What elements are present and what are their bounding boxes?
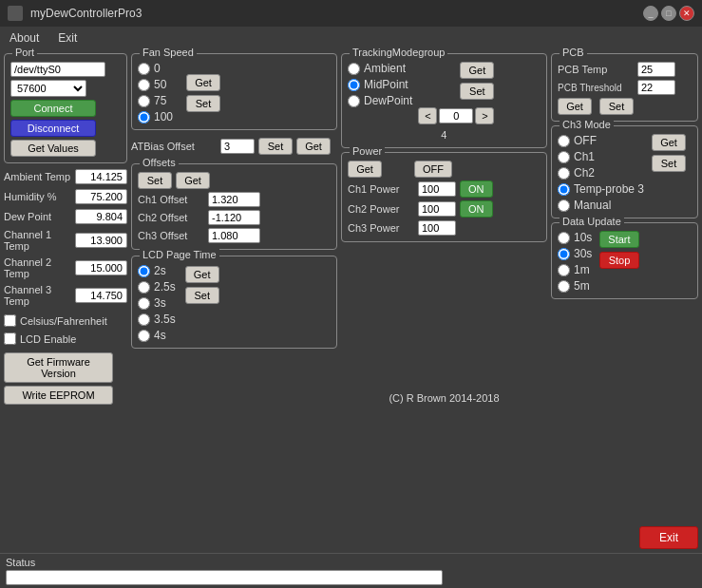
disconnect-button[interactable]: Disconnect <box>10 120 96 137</box>
fan-speed-group: 0 50 75 100 <box>138 62 173 123</box>
maximize-button[interactable]: □ <box>661 6 676 21</box>
atbias-input[interactable] <box>220 139 255 154</box>
fan-speed-50[interactable] <box>138 79 150 91</box>
pcb-get-button[interactable]: Get <box>558 98 592 115</box>
lcd-2-5s[interactable] <box>138 281 150 294</box>
humidity-label: Humidity % <box>4 191 71 202</box>
lcd-enable-checkbox[interactable] <box>4 332 16 345</box>
pcb-threshold-input[interactable] <box>637 80 675 95</box>
fan-get-button[interactable]: Get <box>186 74 220 91</box>
offsets-section: Offsets Set Get Ch1 Offset Ch2 Offset Ch… <box>131 163 337 250</box>
menu-exit[interactable]: Exit <box>52 29 83 47</box>
window-controls: _ □ ✕ <box>643 6 694 21</box>
power-section: Power Get OFF Ch1 Power ON Ch2 Power ON … <box>341 152 547 242</box>
offsets-get-button[interactable]: Get <box>176 172 210 189</box>
tracking-less-button[interactable]: < <box>418 107 437 124</box>
ch3-ch1[interactable] <box>558 151 570 163</box>
ch3-manual[interactable] <box>558 199 570 212</box>
ch3-tempprobe[interactable] <box>558 183 570 196</box>
pcb-set-button[interactable]: Set <box>599 98 634 115</box>
tracking-dewpoint[interactable] <box>348 95 360 107</box>
ch2-power-input[interactable] <box>418 201 456 217</box>
menu-about[interactable]: About <box>4 29 45 47</box>
ch3-offset-input[interactable] <box>208 228 260 243</box>
update-10s[interactable] <box>558 232 570 244</box>
port-device-input[interactable] <box>10 62 105 77</box>
fan-speed-0-label: 0 <box>154 62 161 75</box>
minimize-button[interactable]: _ <box>643 6 658 21</box>
tracking-get-button[interactable]: Get <box>460 62 494 79</box>
power-title: Power <box>350 145 385 157</box>
update-5m[interactable] <box>558 280 570 293</box>
tracking-section: TrackingModegroup Ambient MidPoint <box>341 53 547 148</box>
pcb-temp-input[interactable] <box>637 62 675 77</box>
update-10s-label: 10s <box>574 231 592 244</box>
fan-speed-0[interactable] <box>138 63 150 75</box>
column-3: TrackingModegroup Ambient MidPoint <box>341 53 547 549</box>
lcd-2s-label: 2s <box>154 264 166 277</box>
ch3-ch2[interactable] <box>558 167 570 180</box>
ch3-get-button[interactable]: Get <box>652 134 686 151</box>
offsets-set-button[interactable]: Set <box>138 172 172 189</box>
tracking-ambient-label: Ambient <box>364 62 406 75</box>
update-30s-label: 30s <box>574 247 592 260</box>
atbias-label: ATBias Offset <box>131 141 217 152</box>
celsius-checkbox[interactable] <box>4 314 16 327</box>
lcd-enable-label: LCD Enable <box>20 333 76 345</box>
ch3-temp-value: 14.750 <box>75 288 127 303</box>
status-input[interactable] <box>6 570 443 585</box>
column-4: PCB PCB Temp PCB Threshold Get Set Ch3 M… <box>551 53 698 549</box>
status-bar: Status <box>0 553 702 588</box>
ch3-set-button[interactable]: Set <box>652 155 686 172</box>
atbias-set-button[interactable]: Set <box>258 138 293 155</box>
ch1-power-label: Ch1 Power <box>348 183 414 195</box>
get-values-button[interactable]: Get Values <box>10 140 96 157</box>
tracking-group: Ambient MidPoint DewPoint <box>348 62 412 107</box>
fan-speed-75[interactable] <box>138 95 150 107</box>
atbias-row: ATBias Offset Set Get <box>131 138 337 155</box>
ch1-power-input[interactable] <box>418 181 456 197</box>
fan-set-button[interactable]: Set <box>186 95 220 112</box>
power-off-button[interactable]: OFF <box>414 161 452 178</box>
tracking-value-input[interactable] <box>439 108 473 123</box>
lcd-set-button[interactable]: Set <box>185 287 219 304</box>
ch2-temp-label: Channel 2 Temp <box>4 256 71 279</box>
lcd-3s[interactable] <box>138 297 150 310</box>
ch1-offset-input[interactable] <box>208 192 260 207</box>
connect-button[interactable]: Connect <box>10 100 96 117</box>
ch3-off[interactable] <box>558 135 570 147</box>
tracking-set-button[interactable]: Set <box>460 83 494 100</box>
update-30s[interactable] <box>558 248 570 260</box>
ch2-on-button[interactable]: ON <box>460 200 493 218</box>
exit-button[interactable]: Exit <box>639 526 698 549</box>
ch3-manual-label: Manual <box>574 199 611 212</box>
atbias-get-button[interactable]: Get <box>296 138 331 155</box>
lcd-2s[interactable] <box>138 265 150 277</box>
ch3-power-input[interactable] <box>418 220 456 236</box>
data-update-title: Data Update <box>560 216 624 227</box>
fan-speed-50-label: 50 <box>154 78 166 91</box>
close-button[interactable]: ✕ <box>679 6 694 21</box>
update-1m-label: 1m <box>574 263 590 276</box>
tracking-more-button[interactable]: > <box>475 107 494 124</box>
fan-speed-section: Fan Speed 0 50 75 <box>131 53 337 130</box>
ch1-on-button[interactable]: ON <box>460 180 493 198</box>
pcb-title: PCB <box>560 47 587 58</box>
status-label: Status <box>6 557 696 568</box>
update-1m[interactable] <box>558 264 570 276</box>
lcd-3-5s[interactable] <box>138 313 150 326</box>
fan-speed-100[interactable] <box>138 111 150 123</box>
baud-select[interactable]: 57600 <box>10 80 86 97</box>
pcb-temp-label: PCB Temp <box>558 64 634 75</box>
data-stop-button[interactable]: Stop <box>599 252 638 269</box>
lcd-4s[interactable] <box>138 330 150 342</box>
data-start-button[interactable]: Start <box>599 231 638 248</box>
ch2-offset-input[interactable] <box>208 210 260 225</box>
lcd-get-button[interactable]: Get <box>185 266 219 283</box>
get-firmware-button[interactable]: Get Firmware Version <box>4 352 113 383</box>
tracking-midpoint[interactable] <box>348 79 360 91</box>
write-eeprom-button[interactable]: Write EEPROM <box>4 386 113 405</box>
window-title: myDewControllerPro3 <box>30 7 643 20</box>
power-get-button[interactable]: Get <box>348 161 382 178</box>
tracking-ambient[interactable] <box>348 63 360 75</box>
